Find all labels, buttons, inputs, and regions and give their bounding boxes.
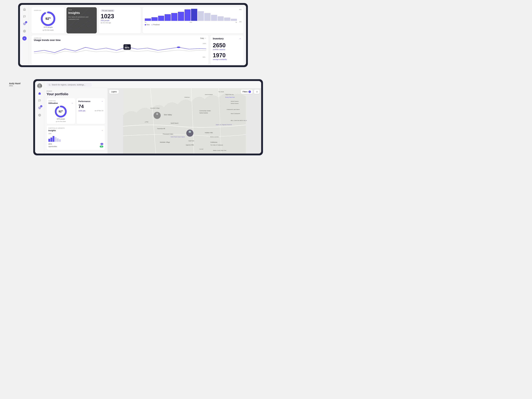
search-icon — [49, 84, 51, 86]
bottom-sidebar-settings[interactable] — [38, 113, 42, 117]
tooltip-val: 86% — [125, 46, 130, 49]
util-footer-top: up 5% this week — [43, 29, 54, 31]
insights-card-top[interactable]: NEW Insights Our latest AI prediction an… — [66, 7, 97, 33]
svg-text:Santa Susana: Santa Susana — [199, 112, 208, 114]
svg-text:Oak Park: Oak Park — [189, 140, 194, 142]
inventory-arrow-icon[interactable]: → — [239, 37, 241, 40]
svg-text:Brents Junction: Brents Junction — [210, 136, 219, 138]
bar-p1 — [198, 11, 204, 21]
bottom-cards: AVERAGE Usage trends over time Daily — [32, 35, 244, 64]
user-avatar-bottom[interactable] — [37, 83, 42, 88]
util-donut-center-top: 92% — [45, 17, 51, 21]
sidebar-item-settings[interactable] — [22, 29, 27, 33]
legend-now-dot — [145, 24, 146, 25]
portfolio-title: Your portfolio — [47, 92, 105, 96]
bottom-sidebar-flag[interactable] — [38, 99, 42, 103]
svg-text:Community Center: Community Center — [199, 110, 211, 112]
svg-text:Malibu Creek State Park: Malibu Creek State Park — [213, 150, 226, 151]
svg-text:North Ranch Open Space: North Ranch Open Space — [171, 136, 185, 138]
bar-chart-x-labels: 8a now 2p — [145, 21, 241, 23]
perf-score: 74 — [78, 104, 103, 109]
map-svg: Simi Valley Community Center Santa Susan… — [108, 88, 261, 153]
growth-pct: 10% — [48, 133, 103, 134]
filter-count-badge: 2 — [248, 90, 251, 93]
utilisation-card-top: AVERAGE 92% — [32, 7, 65, 33]
svg-point-11 — [177, 47, 180, 48]
inventory-availability-number: 1970 — [213, 52, 241, 58]
people-count: 1023 — [101, 13, 139, 19]
perf-pts: /100 pts — [78, 110, 85, 112]
portfolio-cards-grid: AVERAGE Utilisation → — [47, 98, 105, 150]
util-label-top: AVERAGE — [34, 10, 41, 11]
sidebar-item-layers[interactable]: 3 — [22, 22, 27, 26]
daily-selector[interactable]: Daily — [200, 37, 206, 39]
bottom-sidebar-home[interactable] — [38, 91, 42, 95]
svg-text:Glennmeadow: Glennmeadow — [205, 94, 213, 95]
bottom-content: Amazon Your portfolio AVERAGE Utilisatio… — [44, 88, 261, 153]
sidebar-top: 3 a — [20, 5, 29, 65]
svg-text:Simi Valley: Simi Valley — [164, 114, 172, 116]
insights-desc-top: Our latest AI prediction and evaluation … — [68, 16, 95, 20]
sidebar-item-flag[interactable] — [22, 14, 27, 19]
map-overlay-top: Layers Filters 2 — [109, 90, 260, 94]
bottom-sidebar-layers[interactable]: 3 — [38, 106, 42, 110]
map-bg: Simi Valley Community Center Santa Susan… — [108, 88, 261, 153]
author-name: Andy Hazel — [9, 82, 20, 85]
map-panel: Simi Valley Community Center Santa Susan… — [108, 88, 261, 153]
bar-now — [191, 9, 197, 21]
list-view-button[interactable] — [254, 90, 260, 94]
search-input[interactable] — [52, 84, 90, 86]
bar-4 — [165, 14, 171, 21]
app-layout: 3 a AVERAG — [20, 5, 246, 65]
util-arrow-icon[interactable]: → — [71, 102, 73, 104]
inventory-availability-stat: 1970 average availability — [213, 52, 241, 60]
inventory-capacity-stat: 2650 portfolio capacity — [213, 43, 241, 50]
opportunities-count-badge: 11 — [100, 146, 103, 147]
filters-button[interactable]: Filters 2 — [241, 90, 253, 94]
svg-text:🏛: 🏛 — [156, 113, 158, 115]
util-card-bottom: AVERAGE Utilisation → — [47, 98, 75, 124]
perf-arrow-icon[interactable]: → — [101, 100, 103, 102]
util-percent-top: 92% — [45, 17, 51, 21]
layers-button[interactable]: Layers — [109, 90, 119, 94]
trends-header: AVERAGE Usage trends over time Daily — [34, 37, 206, 42]
alerts-count-badge: 3 — [101, 143, 103, 145]
growth-bar-5 — [57, 139, 59, 142]
growth-arrow-icon[interactable]: → — [101, 129, 103, 132]
svg-text:Hidden Hills: Hidden Hills — [205, 132, 213, 133]
tablet-frame-top: 3 a AVERAG — [18, 3, 248, 67]
bar-p3 — [211, 15, 217, 21]
svg-text:Strathean: Strathean — [184, 97, 190, 98]
people-time: as of 2 min ago — [101, 22, 139, 24]
bottom-header — [44, 81, 261, 88]
growth-alerts: alerts 3 opportunities 11 — [48, 143, 103, 147]
svg-text:North Ranch: North Ranch — [171, 122, 178, 124]
search-bar[interactable] — [47, 83, 92, 87]
sidebar-item-home[interactable] — [22, 7, 27, 12]
avatar-placeholder — [37, 83, 42, 88]
inventory-card: Inventory → 2650 portfolio capacity 1970… — [210, 35, 244, 64]
svg-point-2 — [24, 31, 25, 32]
bottom-layers-badge: 3 — [40, 105, 42, 107]
map-controls-right: Filters 2 — [241, 90, 260, 94]
bottom-section: Andy Hazel 2021 — [0, 73, 266, 158]
growth-bar-6 — [59, 139, 61, 142]
inventory-title: Inventory — [213, 37, 224, 40]
bar-3 — [158, 16, 164, 21]
bottom-sidebar: 3 — [35, 81, 44, 153]
svg-text:Westlake Village: Westlake Village — [160, 141, 170, 143]
growth-bar-4 — [55, 137, 57, 142]
svg-text:BELL CANYON WEST HILLS: BELL CANYON WEST HILLS — [231, 120, 247, 121]
svg-point-12 — [38, 84, 41, 86]
svg-text:Rocky Peak Park: Rocky Peak Park — [225, 97, 235, 98]
trends-title: Usage trends over time — [34, 39, 61, 42]
user-avatar-top[interactable]: a — [22, 36, 27, 40]
growth-bar-3 — [53, 136, 54, 142]
util-sm-pct: 92% — [59, 110, 63, 113]
perf-row: /100 pts as of Nov 14 — [78, 110, 103, 112]
bar-p6 — [231, 19, 237, 21]
perf-title: Performance → — [78, 100, 103, 102]
svg-text:Calabasas: Calabasas — [210, 141, 217, 143]
inventory-header: Inventory → — [213, 37, 241, 40]
util-label-bottom: AVERAGE — [48, 100, 73, 101]
